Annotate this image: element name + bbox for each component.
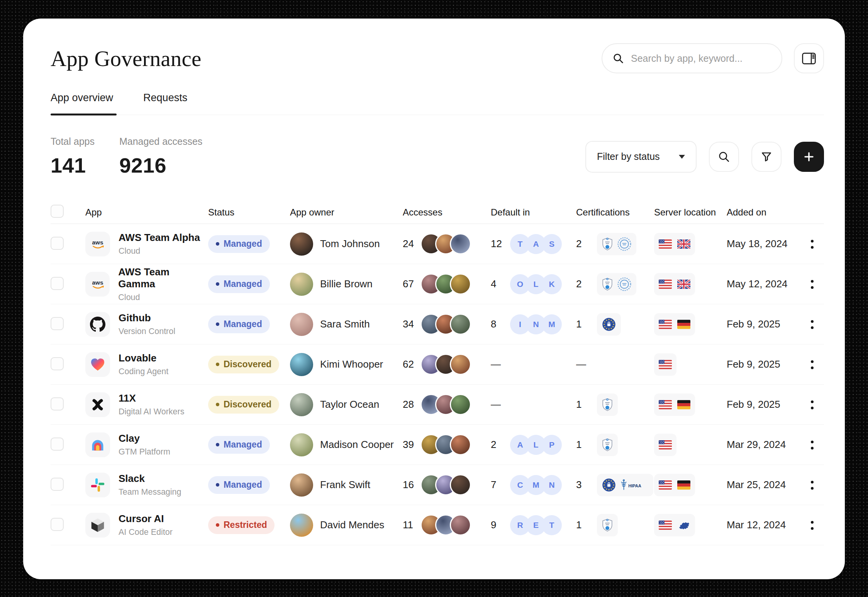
owner-cell: Taylor Ocean (290, 393, 403, 416)
row-checkbox-cell (51, 317, 85, 332)
added-on-date: Mar 29, 2024 (727, 439, 786, 450)
status-badge: Managed (208, 275, 270, 293)
default-in-cell: 8INM (491, 314, 576, 334)
access-avatar (450, 273, 471, 295)
stat-managed-accesses: Managed accesses 9216 (119, 136, 202, 177)
row-actions-cell (809, 478, 824, 492)
panel-toggle-button[interactable] (794, 43, 824, 73)
row-checkbox-cell (51, 478, 85, 492)
default-in-cell: 2ALP (491, 435, 576, 455)
row-menu-button[interactable] (809, 438, 816, 452)
page-title: App Governance (51, 46, 202, 71)
row-checkbox[interactable] (51, 518, 64, 531)
default-in-cell: 12TAS (491, 234, 576, 254)
added-on-date: Feb 9, 2025 (727, 399, 780, 410)
row-menu-button[interactable] (809, 237, 816, 251)
cert-gdpr-icon (602, 478, 616, 492)
cert-iso-icon (617, 277, 632, 292)
status-label: Managed (224, 239, 262, 249)
status-label: Restricted (224, 520, 267, 530)
row-checkbox[interactable] (51, 317, 64, 330)
status-dot-icon (216, 483, 219, 487)
row-checkbox[interactable] (51, 237, 64, 250)
default-in-cell: — (491, 358, 576, 370)
row-menu-button[interactable] (809, 519, 816, 532)
tab-requests[interactable]: Requests (143, 92, 188, 115)
status-dot-icon (216, 523, 219, 527)
select-all-checkbox[interactable] (51, 205, 64, 218)
table-row: Lovable Coding Agent Discovered Kimi Who… (51, 344, 824, 385)
server-location-cell (654, 434, 727, 456)
added-on-date: May 12, 2024 (727, 278, 788, 290)
default-in-empty: — (491, 358, 501, 370)
app-category: Version Control (119, 327, 175, 336)
row-checkbox-cell (51, 438, 85, 452)
server-location-flags (654, 514, 695, 536)
app-logo-cursor-icon (85, 513, 110, 538)
row-checkbox-cell (51, 357, 85, 372)
row-checkbox-cell (51, 518, 85, 533)
app-cell: aws AWS Team Gamma Cloud (85, 266, 208, 302)
row-checkbox[interactable] (51, 438, 64, 451)
certifications-count: 3 (576, 479, 589, 491)
flag-de-icon (677, 480, 690, 490)
app-category: AI Code Editor (119, 527, 173, 537)
app-category: Cloud (119, 246, 200, 256)
status-dot-icon (216, 363, 219, 366)
accesses-cell: 11 (403, 514, 491, 536)
accesses-count: 62 (403, 358, 416, 370)
default-in-count: 2 (491, 439, 504, 451)
server-location-flags (654, 233, 695, 255)
tab-bar: App overview Requests (51, 92, 824, 115)
table-row: Slack Team Messaging Managed Frank Swift… (51, 465, 824, 505)
status-cell: Managed (208, 275, 290, 293)
row-menu-button[interactable] (809, 358, 816, 371)
row-menu-button[interactable] (809, 318, 816, 331)
table-search-button[interactable] (709, 142, 739, 172)
owner-cell: Madison Cooper (290, 433, 403, 456)
server-location-cell (654, 273, 727, 295)
default-in-chips: INM (510, 314, 562, 334)
access-avatar (450, 354, 471, 375)
row-menu-button[interactable] (809, 398, 816, 412)
row-menu-button[interactable] (809, 478, 816, 492)
cert-soc2-icon (602, 518, 613, 533)
default-in-cell: 9RET (491, 515, 576, 535)
filter-by-status-select[interactable]: Filter by status (585, 141, 697, 173)
table-header: App Status App owner Accesses Default in… (51, 201, 824, 224)
flag-de-icon (677, 480, 690, 490)
flag-us-icon (659, 400, 672, 409)
added-on-cell: Mar 12, 2024 (727, 519, 809, 531)
added-on-cell: May 12, 2024 (727, 278, 809, 290)
row-menu-button[interactable] (809, 278, 816, 291)
default-in-count: 7 (491, 479, 504, 491)
filter-button[interactable] (751, 142, 782, 172)
row-checkbox[interactable] (51, 357, 64, 370)
added-on-date: May 18, 2024 (727, 238, 788, 249)
table-row: aws AWS Team Alpha Cloud Managed Tom Joh… (51, 224, 824, 264)
row-actions-cell (809, 358, 824, 371)
certifications-cell: 1 (576, 313, 654, 336)
search-input[interactable] (630, 53, 771, 64)
svg-text:aws: aws (92, 239, 103, 246)
row-actions-cell (809, 398, 824, 412)
owner-cell: Tom Johnson (290, 232, 403, 256)
default-in-count: 12 (491, 238, 504, 250)
app-logo-elevenx-icon (85, 392, 110, 417)
row-actions-cell (809, 277, 824, 291)
flag-us-icon (659, 480, 672, 490)
flag-us-icon (659, 239, 672, 249)
row-checkbox[interactable] (51, 397, 64, 410)
default-in-cell: 4OLK (491, 274, 576, 294)
app-logo-clay-icon (85, 432, 110, 457)
status-badge: Managed (208, 315, 270, 333)
row-actions-cell (809, 237, 824, 251)
add-app-button[interactable] (794, 142, 824, 172)
tab-app-overview[interactable]: App overview (51, 92, 114, 115)
search-box[interactable] (602, 43, 782, 73)
row-checkbox[interactable] (51, 277, 64, 290)
cert-iso-icon (617, 237, 632, 251)
added-on-date: Mar 25, 2024 (727, 479, 786, 490)
row-checkbox[interactable] (51, 478, 64, 491)
search-icon (612, 53, 624, 64)
